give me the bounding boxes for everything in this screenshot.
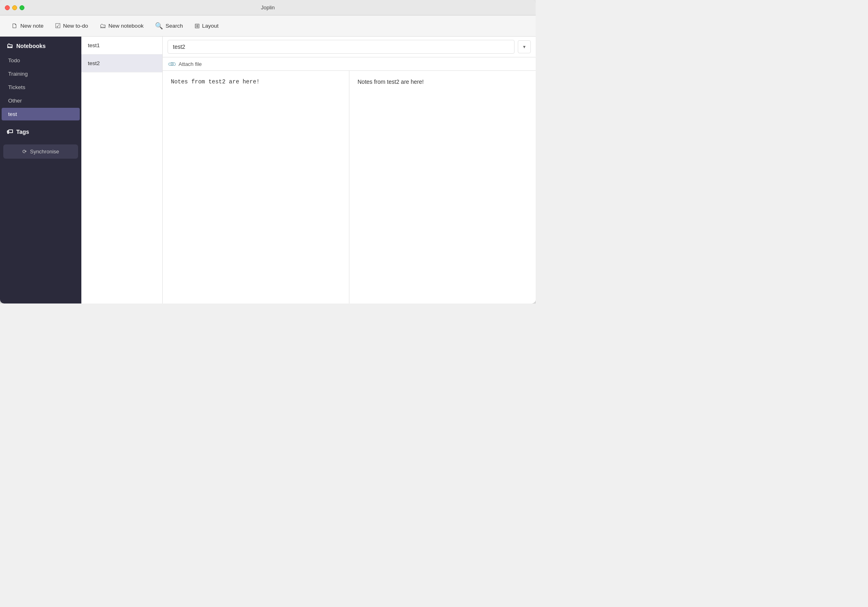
sidebar-item-training-label: Training bbox=[8, 71, 28, 77]
attach-bar[interactable]: 📎 Attach file bbox=[163, 57, 536, 71]
search-label: Search bbox=[166, 23, 183, 29]
sidebar-item-tickets-label: Tickets bbox=[8, 84, 25, 90]
tags-icon: 🏷 bbox=[7, 128, 13, 135]
new-todo-icon: ☑ bbox=[55, 22, 61, 30]
main-content: 🗂 Notebooks Todo Training Tickets Other … bbox=[0, 37, 536, 304]
window-title: Joplin bbox=[261, 4, 275, 11]
new-notebook-icon: 🗂 bbox=[100, 22, 106, 30]
sidebar-item-test[interactable]: test bbox=[2, 108, 80, 120]
sidebar-item-other[interactable]: Other bbox=[2, 94, 80, 107]
editor-header: ▾ bbox=[163, 37, 536, 57]
preview-content: Notes from test2 are here! bbox=[358, 79, 424, 85]
new-note-label: New note bbox=[20, 23, 44, 29]
sidebar-item-todo[interactable]: Todo bbox=[2, 54, 80, 67]
new-notebook-button[interactable]: 🗂 New notebook bbox=[95, 20, 148, 32]
sidebar-item-todo-label: Todo bbox=[8, 57, 20, 63]
sync-button[interactable]: ⟳ Synchronise bbox=[3, 144, 78, 159]
layout-label: Layout bbox=[202, 23, 219, 29]
search-icon: 🔍 bbox=[155, 22, 163, 30]
notebooks-icon: 🗂 bbox=[7, 42, 13, 50]
note-list: test1 test2 bbox=[81, 37, 163, 304]
sidebar-item-tickets[interactable]: Tickets bbox=[2, 81, 80, 94]
notebooks-header: 🗂 Notebooks bbox=[0, 37, 81, 54]
close-button[interactable] bbox=[5, 5, 10, 10]
note-item-test2[interactable]: test2 bbox=[81, 55, 162, 72]
new-todo-button[interactable]: ☑ New to-do bbox=[50, 20, 93, 32]
tags-header: 🏷 Tags bbox=[0, 122, 81, 140]
maximize-button[interactable] bbox=[20, 5, 24, 10]
attach-icon: 📎 bbox=[167, 59, 177, 68]
new-note-button[interactable]: 🗋 New note bbox=[7, 20, 48, 32]
layout-button[interactable]: ⊞ Layout bbox=[190, 20, 224, 32]
dropdown-icon: ▾ bbox=[523, 44, 526, 50]
sync-icon: ⟳ bbox=[22, 148, 27, 155]
editor-textarea[interactable]: Notes from test2 are here! bbox=[171, 77, 341, 297]
toolbar: 🗋 New note ☑ New to-do 🗂 New notebook 🔍 … bbox=[0, 15, 536, 37]
new-todo-label: New to-do bbox=[63, 23, 88, 29]
dropdown-button[interactable]: ▾ bbox=[518, 40, 531, 53]
sidebar-item-test-label: test bbox=[8, 111, 17, 117]
editor-panels: Notes from test2 are here! Notes from te… bbox=[163, 71, 536, 304]
layout-icon: ⊞ bbox=[194, 22, 200, 30]
preview-panel: Notes from test2 are here! bbox=[349, 71, 536, 304]
sidebar-item-other-label: Other bbox=[8, 98, 22, 104]
note-item-test2-label: test2 bbox=[88, 60, 100, 66]
edit-panel: Notes from test2 are here! bbox=[163, 71, 349, 304]
note-item-test1-label: test1 bbox=[88, 42, 100, 48]
sync-label: Synchronise bbox=[30, 148, 59, 155]
search-button[interactable]: 🔍 Search bbox=[150, 20, 188, 32]
note-title-input[interactable] bbox=[168, 40, 515, 54]
sidebar: 🗂 Notebooks Todo Training Tickets Other … bbox=[0, 37, 81, 304]
sidebar-item-training[interactable]: Training bbox=[2, 68, 80, 80]
tags-label: Tags bbox=[16, 129, 29, 135]
editor-area: ▾ 📎 Attach file Notes from test2 are her… bbox=[163, 37, 536, 304]
attach-label: Attach file bbox=[179, 61, 202, 67]
minimize-button[interactable] bbox=[12, 5, 17, 10]
new-notebook-label: New notebook bbox=[109, 23, 144, 29]
title-bar: Joplin bbox=[0, 0, 536, 15]
note-item-test1[interactable]: test1 bbox=[81, 37, 162, 55]
traffic-lights bbox=[5, 5, 24, 10]
new-note-icon: 🗋 bbox=[11, 22, 18, 30]
notebooks-label: Notebooks bbox=[16, 43, 46, 49]
